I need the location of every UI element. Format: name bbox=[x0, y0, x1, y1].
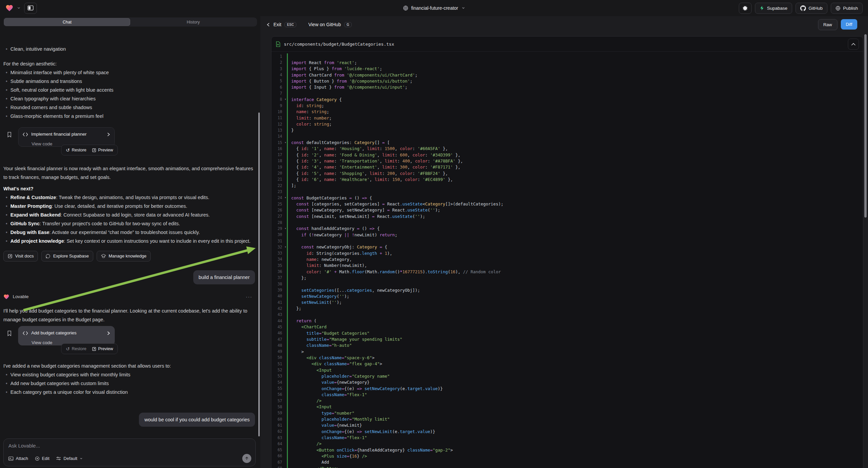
sliders-icon bbox=[56, 456, 61, 461]
restore-button[interactable]: ↺ Restore bbox=[63, 146, 89, 154]
visit-docs-button[interactable]: Visit docs bbox=[3, 251, 38, 262]
chat-composer[interactable]: Ask Lovable... Attach Edit Default bbox=[3, 438, 256, 466]
diff-added-gutter bbox=[287, 78, 288, 84]
diff-added-gutter bbox=[287, 391, 288, 398]
preview-button[interactable]: Preview bbox=[89, 345, 116, 353]
tab-history[interactable]: History bbox=[130, 18, 256, 26]
diff-added-gutter bbox=[287, 429, 288, 434]
restore-button[interactable]: ↺ Restore bbox=[63, 345, 89, 353]
line-number: 45 bbox=[272, 325, 282, 329]
toggle-sidebar-button[interactable] bbox=[24, 3, 37, 14]
line-number: 14 bbox=[272, 134, 282, 139]
file-header[interactable]: src/components/budget/BudgetCategories.t… bbox=[272, 37, 863, 52]
top-bar: financial-future-creator Supabase GitHub… bbox=[0, 0, 868, 16]
code-line: 55 onChange={(e) => setNewCategory(e.tar… bbox=[272, 385, 863, 391]
code-line: 61 value={newLimit} bbox=[272, 422, 863, 429]
diff-added-gutter bbox=[287, 343, 288, 349]
edit-button[interactable]: Edit bbox=[35, 456, 49, 461]
preview-button[interactable]: Preview bbox=[89, 146, 116, 154]
attach-button[interactable]: Attach bbox=[8, 456, 28, 461]
code-text: className="flex-1" bbox=[288, 435, 367, 440]
diff-added-gutter bbox=[287, 336, 288, 342]
tab-chat[interactable]: Chat bbox=[4, 18, 130, 26]
diff-added-gutter bbox=[287, 152, 288, 158]
exit-button[interactable]: Exit bbox=[274, 22, 281, 27]
design-heading: For the design aesthetic: bbox=[3, 59, 255, 68]
version-card-implement-financial-planner[interactable]: Implement financial planner View code bbox=[18, 127, 115, 147]
explore-supabase-button[interactable]: Explore Supabase bbox=[41, 251, 93, 262]
version-card-add-budget-categories[interactable]: Add budget categories View code bbox=[18, 326, 115, 346]
chevron-right-icon bbox=[107, 132, 111, 137]
message-menu-button[interactable]: ··· bbox=[246, 292, 253, 301]
supabase-button[interactable]: Supabase bbox=[755, 3, 792, 14]
code-text: <ChartCard bbox=[288, 324, 327, 329]
view-on-github-button[interactable]: View on GitHub bbox=[308, 22, 341, 27]
line-number: 57 bbox=[272, 399, 282, 403]
code-line: 59 type="number" bbox=[272, 410, 863, 416]
assistant-header: Lovable ··· bbox=[3, 292, 255, 301]
diff-button[interactable]: Diff bbox=[841, 19, 857, 30]
github-button[interactable]: GitHub bbox=[796, 3, 828, 14]
line-number: 47 bbox=[272, 337, 282, 342]
code-line: 41 setNewLimit(''); bbox=[272, 299, 863, 305]
fold-chevron-icon[interactable]: ▾ bbox=[284, 141, 286, 144]
line-number: 40 bbox=[272, 294, 282, 298]
list-item: Clean typography with clear hierarchies bbox=[3, 94, 255, 103]
code-line: 1 bbox=[272, 53, 863, 59]
chat-scrollbar[interactable] bbox=[258, 113, 260, 436]
chevron-down-icon[interactable] bbox=[17, 6, 21, 10]
settings-button[interactable] bbox=[739, 3, 751, 14]
code-text: > bbox=[288, 349, 304, 354]
fold-chevron-icon[interactable]: ▾ bbox=[284, 245, 286, 248]
globe-icon bbox=[835, 6, 840, 11]
line-number: 10 bbox=[272, 110, 282, 114]
bookmark-icon[interactable] bbox=[7, 131, 12, 138]
line-number: 30 bbox=[272, 232, 282, 237]
code-text: const defaultCategories: Category[] = [ bbox=[288, 140, 390, 145]
fold-chevron-icon[interactable]: ▾ bbox=[284, 196, 286, 199]
external-link-icon bbox=[92, 148, 96, 152]
code-line: 27 const [newLimit, setNewLimit] = React… bbox=[272, 213, 863, 219]
collapse-file-button[interactable] bbox=[848, 39, 859, 50]
assistant-paragraph: I've added a new budget categories manag… bbox=[3, 361, 255, 370]
chevron-left-icon[interactable] bbox=[267, 23, 270, 27]
code-text: const handleAddCategory = () => { bbox=[288, 226, 379, 231]
diff-added-gutter bbox=[287, 459, 288, 465]
diff-added-gutter bbox=[287, 263, 288, 269]
code-line: 58 <Input bbox=[272, 404, 863, 410]
project-switcher[interactable]: financial-future-creator bbox=[403, 0, 465, 16]
diff-added-gutter bbox=[287, 238, 288, 244]
lovable-logo-icon[interactable] bbox=[5, 4, 13, 12]
raw-button[interactable]: Raw bbox=[818, 19, 837, 30]
fold-chevron-icon[interactable]: ▾ bbox=[284, 227, 286, 230]
diff-added-gutter bbox=[287, 90, 288, 96]
line-number: 67 bbox=[272, 460, 282, 465]
assistant-name: Lovable bbox=[13, 292, 29, 301]
diff-added-gutter bbox=[287, 354, 288, 360]
diff-added-gutter bbox=[287, 330, 288, 336]
code-line: 66 <Plus size={16} /> bbox=[272, 453, 863, 459]
line-number: 53 bbox=[272, 374, 282, 378]
manage-knowledge-button[interactable]: Manage knowledge bbox=[97, 251, 151, 262]
github-icon bbox=[800, 5, 806, 11]
diff-added-gutter bbox=[287, 385, 288, 391]
send-button[interactable] bbox=[242, 454, 251, 463]
diff-added-gutter bbox=[287, 305, 288, 312]
code-line: 34 name: newCategory, bbox=[272, 256, 863, 262]
version-card-title: Implement financial planner bbox=[31, 130, 87, 139]
fold-chevron-icon[interactable]: ▾ bbox=[284, 98, 286, 101]
publish-button[interactable]: Publish bbox=[831, 3, 863, 14]
code-line: 44 return ( bbox=[272, 318, 863, 324]
code-scrollbar[interactable] bbox=[864, 34, 867, 217]
diff-added-gutter bbox=[287, 465, 288, 468]
diff-added-gutter bbox=[287, 121, 288, 127]
code-line: 46 title="Budget Categories" bbox=[272, 330, 863, 336]
line-number: 32▾ bbox=[272, 245, 282, 250]
mode-selector[interactable]: Default bbox=[56, 456, 83, 461]
knowledge-icon bbox=[101, 254, 106, 259]
composer-input[interactable]: Ask Lovable... bbox=[8, 443, 251, 448]
line-number: 60 bbox=[272, 417, 282, 422]
diff-added-gutter bbox=[287, 416, 288, 422]
code-text: type="number" bbox=[288, 411, 354, 416]
bookmark-icon[interactable] bbox=[7, 330, 12, 337]
